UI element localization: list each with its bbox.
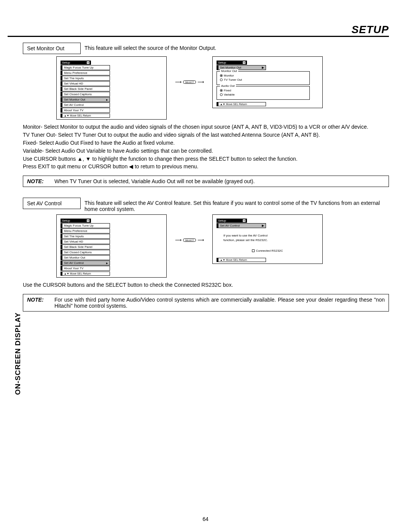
p: Use CURSOR buttons ▲, ▼ to highlight the…	[23, 155, 389, 163]
feature-row-2: Set AV Control This feature will select …	[23, 198, 389, 212]
info-line: function, please set the RS232C.	[223, 238, 319, 242]
info-line: If you want to use the AV Control	[223, 233, 319, 238]
osd-items-1l: Magic Focus Tune UpMenu PreferenceSet Th…	[61, 65, 162, 113]
osd-menu-item: Set Monitor Out	[61, 255, 110, 260]
radio-fixed: Fixed	[220, 89, 307, 92]
osd-menu-item: Menu Preference	[61, 70, 110, 75]
group-label: Monitor Out	[220, 69, 238, 73]
feature-desc-1: This feature will select the source of t…	[84, 43, 389, 51]
osd-footer-2r: ▲▼ Move SEL Return	[217, 258, 266, 262]
down-arrow-icon: ▼	[87, 219, 89, 222]
osd-menu-item: Set Closed Captions	[61, 92, 110, 97]
right-arrow-icon: ▶	[106, 98, 108, 101]
down-arrow-icon: ▼	[87, 61, 89, 64]
p: TV Tuner Out- Select TV Tuner Out to out…	[23, 131, 389, 139]
group-monitor-out: Monitor Out Monitor TV Tuner Out	[217, 71, 310, 85]
p: Variable- Select Audio Out Variable to h…	[23, 147, 389, 155]
osd-title-text: Setup	[218, 61, 226, 64]
feature-row-1: Set Monitor Out This feature will select…	[23, 43, 389, 54]
diagram-row-2: Setup ▼ Magic Focus Tune UpMenu Preferen…	[56, 214, 389, 278]
p: Fixed- Select Audio Out Fixed to have th…	[23, 139, 389, 147]
radio-label: Variable	[224, 93, 235, 96]
note-text: When TV Tuner Out is selected, Variable …	[54, 178, 385, 184]
osd-title-1r: Setup ▼	[217, 61, 247, 65]
diagram-row-1: Setup ▼ Magic Focus Tune UpMenu Preferen…	[56, 56, 389, 120]
p: Monitor- Select Monitor to output the au…	[23, 123, 389, 131]
connector-1: ⟶ SELECT ⟶	[167, 56, 212, 85]
osd-footer-1l: ▲▼ Move SEL Return	[61, 113, 110, 118]
right-arrow-icon: ▶	[262, 224, 264, 227]
osd-title-2r: Setup ▼	[217, 219, 247, 223]
select-button-label: SELECT	[183, 238, 196, 242]
connector-2: ⟶ SELECT ⟶	[167, 214, 212, 243]
group-audio-out: Audio Out Fixed Variable	[217, 86, 310, 100]
osd-title-text: Setup	[62, 219, 70, 222]
osd-menu-item: About Your TV	[61, 108, 110, 113]
radio-icon	[220, 89, 223, 92]
osd-menu-item: Set The Inputs	[61, 234, 110, 239]
arrow-right-icon: ⟶	[175, 237, 182, 243]
radio-variable: Variable	[220, 93, 307, 96]
osd-menu-item: About Your TV	[61, 266, 110, 271]
osd-menu-item: Magic Focus Tune Up	[61, 65, 110, 70]
radio-label: Monitor	[224, 74, 234, 77]
osd-menu-item: Set AV Control▶	[61, 260, 110, 265]
radio-icon	[220, 78, 223, 81]
note-box-2: NOTE: For use with third party home Audi…	[23, 294, 389, 312]
osd-title-1l: Setup ▼	[61, 61, 91, 65]
p: Use the CURSOR buttons and the SELECT bu…	[23, 281, 389, 289]
down-arrow-icon: ▼	[243, 219, 245, 222]
osd-menu-item: Set Black Side Panel	[61, 86, 110, 91]
osd-subtitle-text: Set AV Control	[220, 224, 240, 227]
feature-label-2: Set AV Control	[23, 198, 81, 209]
arrow-right-icon: ⟶	[198, 79, 204, 85]
osd-footer-2l: ▲▼ Move SEL Return	[61, 272, 110, 276]
group-label: Audio Out	[220, 84, 236, 88]
feature-label-1: Set Monitor Out	[23, 43, 81, 54]
osd-title-text: Setup	[62, 61, 70, 64]
osd-menu-item: Menu Preference	[61, 228, 110, 233]
radio-label: Fixed	[224, 89, 231, 92]
checkbox-label: Connected RS232C	[256, 249, 283, 252]
osd-menu-item: Set Black Side Panel	[61, 244, 110, 249]
osd-footer-1r: ▲▼ Move SEL Return	[217, 102, 266, 106]
body-text-2: Use the CURSOR buttons and the SELECT bu…	[23, 281, 389, 289]
content: Set Monitor Out This feature will select…	[23, 43, 389, 312]
osd-menu-item: Set AV Control	[61, 102, 110, 107]
select-button-label: SELECT	[183, 80, 196, 84]
note-label: NOTE:	[27, 178, 54, 184]
right-arrow-icon: ▶	[262, 66, 264, 69]
note-text: For use with third party home Audio/Vide…	[54, 297, 385, 309]
arrow-right-icon: ⟶	[175, 79, 182, 85]
body-text-1: Monitor- Select Monitor to output the au…	[23, 123, 389, 170]
p: Press EXIT to quit menu or CURSOR button…	[23, 163, 389, 170]
osd-menu-item: Magic Focus Tune Up	[61, 223, 110, 228]
title-rule	[8, 36, 389, 37]
osd-right-1: Setup ▼ Set Monitor Out ▶ Monitor Out Mo…	[212, 56, 323, 108]
osd-menu-item: Set Virtual HD	[61, 81, 110, 86]
osd-left-2: Setup ▼ Magic Focus Tune UpMenu Preferen…	[56, 214, 167, 278]
osd-menu-item: Set Closed Captions	[61, 250, 110, 255]
osd-menu-item: Set Monitor Out▶	[61, 97, 110, 102]
down-arrow-icon: ▼	[243, 61, 245, 64]
osd-menu-item: Set Virtual HD	[61, 239, 110, 244]
radio-icon	[220, 74, 223, 77]
checkbox-icon	[252, 249, 255, 252]
note-box-1: NOTE: When TV Tuner Out is selected, Var…	[23, 176, 389, 187]
osd-menu-item: Set The Inputs	[61, 76, 110, 81]
osd-subtitle-text: Set Monitor Out	[220, 66, 241, 69]
radio-tvtuner: TV Tuner Out	[220, 78, 307, 81]
osd-right-2: Setup ▼ Set AV Control ▶ If you want to …	[212, 214, 323, 264]
osd-left-1: Setup ▼ Magic Focus Tune UpMenu Preferen…	[56, 56, 167, 120]
right-arrow-icon: ▶	[106, 262, 108, 264]
osd-items-2l: Magic Focus Tune UpMenu PreferenceSet Th…	[61, 223, 162, 271]
side-tab: ON-SCREEN DISPLAY	[13, 312, 23, 396]
page-title: SETUP	[352, 24, 389, 36]
osd-title-text: Setup	[218, 219, 226, 222]
radio-monitor: Monitor	[220, 74, 307, 77]
checkbox-line: Connected RS232C	[217, 249, 319, 252]
radio-label: TV Tuner Out	[224, 78, 242, 81]
osd-title-2l: Setup ▼	[61, 219, 91, 223]
osd-info: If you want to use the AV Control functi…	[223, 233, 319, 242]
osd-subtitle-2r: Set AV Control ▶	[217, 223, 266, 228]
